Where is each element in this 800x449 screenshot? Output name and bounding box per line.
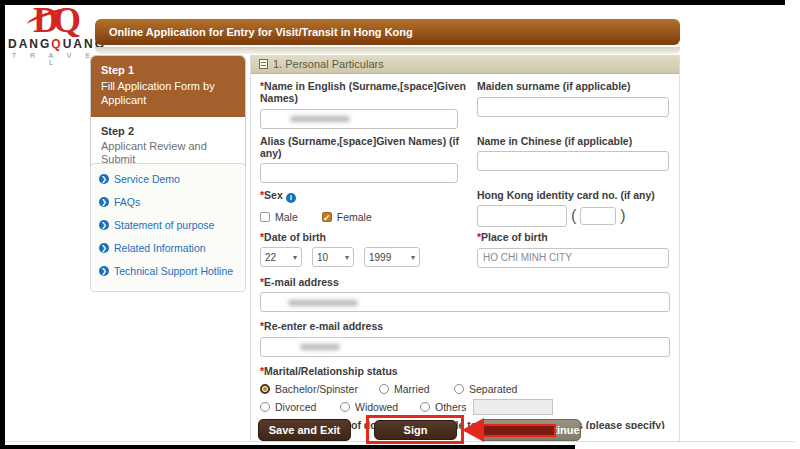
sex-label: *Sexi [260,189,477,203]
hkid-paren-close: ) [620,207,625,225]
sidebar-item-faqs[interactable]: ❯ FAQs [99,196,237,208]
arrow-circle-icon: ❯ [99,220,109,230]
sidebar-links-panel: ❯ Service Demo ❯ FAQs ❯ Statement of pur… [90,163,246,292]
hkid-check-digit-input[interactable] [580,207,616,225]
dob-label: *Date of birth [260,231,477,243]
redacted-text [300,344,340,350]
redacted-text [290,116,350,122]
sex-male-label: Male [275,211,298,223]
email-confirm-label: *Re-enter e-mail address [260,320,670,332]
hkid-paren-open: ( [571,207,576,225]
name-chinese-input[interactable] [477,151,669,171]
letterbox-top [0,0,785,5]
marital-others-input[interactable] [473,399,553,415]
arrow-circle-icon: ❯ [99,243,109,253]
sidebar-item-related-information[interactable]: ❯ Related Information [99,242,237,254]
section-title: 1. Personal Particulars [273,58,384,70]
brand-tagline: T R A V E L [8,52,100,66]
marital-label: *Marital/Relationship status [260,365,670,377]
header-reflection [95,47,680,54]
maiden-surname-label: Maiden surname (if applicable) [477,80,670,92]
steps-panel: Step 1 Fill Application Form by Applican… [90,55,246,177]
pob-label: *Place of birth [477,231,670,243]
sidebar-item-statement-of-purpose[interactable]: ❯ Statement of purpose [99,219,237,231]
arrow-circle-icon: ❯ [99,197,109,207]
marital-divorced-label: Divorced [275,401,330,413]
alias-label: Alias (Surname,[space]Given Names) (if a… [260,135,477,159]
email-label: *E-mail address [260,276,670,288]
chevron-down-icon: ▾ [345,253,349,262]
arrow-circle-icon: ❯ [99,266,109,276]
sex-female-checkbox[interactable]: ✓ [322,212,332,222]
marital-divorced-radio[interactable] [260,402,270,412]
dangquang-logo: DQ DANGQUANG T R A V E L [8,2,100,66]
marital-others-label: Others [435,401,467,413]
personal-particulars-panel: 1. Personal Particulars *Name in English… [250,55,680,442]
arrow-circle-icon: ❯ [99,174,109,184]
letterbox-left [0,0,5,449]
save-and-exit-button[interactable]: Save and Exit [258,419,351,441]
chevron-down-icon: ▾ [411,253,415,262]
sidebar-item-technical-support-hotline[interactable]: ❯ Technical Support Hotline [99,265,237,277]
annotation-arrow-icon [462,418,562,442]
marital-others-radio[interactable] [420,402,430,412]
marital-bachelor-label: Bachelor/Spinster [275,383,367,395]
letterbox-bottom [0,445,575,449]
marital-widowed-label: Widowed [355,401,410,413]
hkid-input[interactable] [477,205,567,227]
marital-widowed-radio[interactable] [340,402,350,412]
dob-month-select[interactable]: 10▾ [312,247,354,267]
name-english-label: *Name in English (Surname,[space]Given N… [260,80,477,104]
marital-married-radio[interactable] [379,384,389,394]
pob-input[interactable] [477,248,669,268]
section-header: 1. Personal Particulars [251,55,679,74]
marital-separated-label: Separated [469,383,517,395]
form-icon [259,59,268,69]
logo-monogram: DQ [8,2,100,38]
marital-separated-radio[interactable] [454,384,464,394]
alias-input[interactable] [260,163,458,183]
info-icon[interactable]: i [286,193,296,203]
sex-female-label: Female [337,211,372,223]
arrow-tail [484,424,556,437]
redacted-text [288,300,358,306]
marital-married-label: Married [394,383,442,395]
dob-year-select[interactable]: 1999▾ [364,247,420,267]
page-title: Online Application for Entry for Visit/T… [95,19,680,45]
name-chinese-label: Name in Chinese (if applicable) [477,135,670,147]
maiden-surname-input[interactable] [477,97,669,117]
chevron-down-icon: ▾ [293,253,297,262]
step-1-active: Step 1 Fill Application Form by Applican… [91,56,245,117]
sidebar-item-service-demo[interactable]: ❯ Service Demo [99,173,237,185]
dob-day-select[interactable]: 22▾ [260,247,302,267]
marital-bachelor-radio[interactable] [260,384,270,394]
sex-male-checkbox[interactable] [260,212,270,222]
annotation-highlight-box [366,415,464,444]
arrow-head [462,418,484,442]
hkid-label: Hong Kong identity card no. (if any) [477,189,670,201]
